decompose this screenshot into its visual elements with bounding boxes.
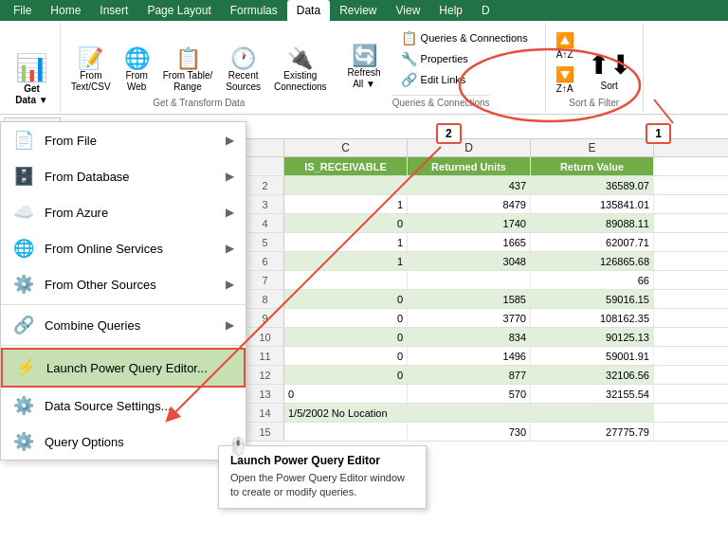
cell-c2[interactable] bbox=[284, 176, 408, 194]
cell-d14[interactable]: 570 bbox=[408, 385, 531, 403]
cell-e6[interactable]: 126865.68 bbox=[531, 252, 654, 270]
menu-item-from-azure[interactable]: ☁️ From Azure ▶ bbox=[1, 194, 246, 230]
cell-d13[interactable] bbox=[408, 404, 531, 422]
cell-e5[interactable]: 62007.71 bbox=[531, 233, 654, 251]
cell-e14[interactable]: 32155.54 bbox=[531, 385, 654, 403]
from-other-sources-label: From Other Sources bbox=[45, 278, 216, 292]
cell-c5[interactable]: 1 bbox=[284, 233, 408, 251]
edit-links-button[interactable]: 🔗 Edit Links bbox=[397, 70, 532, 89]
cell-d15[interactable]: 730 bbox=[408, 423, 531, 441]
table-row: 15 730 27775.79 bbox=[246, 423, 728, 442]
cell-e10[interactable]: 90125.13 bbox=[531, 328, 654, 346]
menu-item-from-file[interactable]: 📄 From File ▶ bbox=[1, 122, 246, 158]
cell-e9[interactable]: 108162.35 bbox=[531, 309, 654, 327]
existing-connections-button[interactable]: 🔌 ExistingConnections bbox=[269, 45, 332, 96]
get-data-group: 📊 GetData ▼ bbox=[4, 23, 61, 112]
recent-sources-button[interactable]: 🕐 RecentSources bbox=[221, 45, 265, 96]
from-azure-label: From Azure bbox=[45, 206, 216, 220]
combine-queries-label: Combine Queries bbox=[45, 318, 216, 333]
tab-data[interactable]: Data bbox=[287, 0, 330, 21]
cell-e7[interactable]: 66 bbox=[531, 271, 654, 289]
sort-za-label: Z↑A bbox=[556, 83, 573, 94]
tab-help[interactable]: Help bbox=[429, 0, 472, 21]
tab-formulas[interactable]: Formulas bbox=[221, 0, 287, 21]
sort-main-button[interactable]: ⬆⬇ Sort bbox=[582, 48, 637, 96]
query-options-icon: ⚙️ bbox=[12, 431, 35, 452]
cell-e4[interactable]: 89088.11 bbox=[531, 214, 654, 232]
sort-za-button[interactable]: 🔽 Z↑A bbox=[552, 63, 578, 96]
row-number: 3 bbox=[246, 195, 284, 213]
menu-item-from-database[interactable]: 🗄️ From Database ▶ bbox=[1, 158, 246, 194]
cell-d8[interactable]: 1585 bbox=[408, 290, 531, 308]
cell-e13[interactable] bbox=[531, 404, 654, 422]
launch-pqe-icon: ⚡ bbox=[14, 357, 37, 378]
recent-sources-icon: 🕐 bbox=[230, 48, 256, 69]
cell-c12[interactable]: 0 bbox=[284, 366, 408, 384]
tab-d[interactable]: D bbox=[472, 0, 500, 21]
cell-d3[interactable]: 8479 bbox=[408, 195, 531, 213]
menu-item-launch-pqe[interactable]: ⚡ Launch Power Query Editor... bbox=[1, 348, 246, 388]
cell-c14[interactable]: 0 bbox=[284, 385, 408, 403]
cell-e15[interactable]: 27775.79 bbox=[531, 423, 654, 441]
menu-divider-1 bbox=[1, 304, 246, 305]
refresh-group-items: 🔄 RefreshAll ▼ 📋 Queries & Connections 🔧… bbox=[343, 25, 539, 93]
cell-e8[interactable]: 59016.15 bbox=[531, 290, 654, 308]
from-azure-arrow: ▶ bbox=[226, 206, 234, 219]
from-file-label: From File bbox=[45, 134, 216, 148]
cell-c3[interactable]: 1 bbox=[284, 195, 408, 213]
cell-header-e[interactable]: Return Value bbox=[531, 157, 654, 175]
cell-d2[interactable]: 437 bbox=[408, 176, 531, 194]
table-row: IS_RECEIVABLE Returned Units Return Valu… bbox=[246, 157, 728, 176]
table-row: 13 0 570 32155.54 bbox=[246, 385, 728, 404]
properties-button[interactable]: 🔧 Properties bbox=[397, 49, 532, 68]
menu-item-data-source-settings[interactable]: ⚙️ Data Source Settings... bbox=[1, 388, 246, 424]
cell-d7[interactable] bbox=[408, 271, 531, 289]
cell-c13[interactable]: 1/5/2002 No Location bbox=[284, 404, 408, 422]
tab-insert[interactable]: Insert bbox=[90, 0, 137, 21]
tab-page-layout[interactable]: Page Layout bbox=[137, 0, 220, 21]
cell-c9[interactable]: 0 bbox=[284, 309, 408, 327]
cell-e3[interactable]: 135841.01 bbox=[531, 195, 654, 213]
tab-review[interactable]: Review bbox=[330, 0, 386, 21]
cell-d4[interactable]: 1740 bbox=[408, 214, 531, 232]
cell-c6[interactable]: 1 bbox=[284, 252, 408, 270]
row-number: 4 bbox=[246, 214, 284, 232]
menu-item-query-options[interactable]: ⚙️ Query Options bbox=[1, 424, 246, 460]
cell-c10[interactable]: 0 bbox=[284, 328, 408, 346]
cell-e12[interactable]: 32106.56 bbox=[531, 366, 654, 384]
cell-c15[interactable] bbox=[284, 423, 408, 441]
combine-queries-icon: 🔗 bbox=[12, 315, 35, 335]
tab-file[interactable]: File bbox=[4, 0, 41, 21]
cell-c4[interactable]: 0 bbox=[284, 214, 408, 232]
queries-connections-button[interactable]: 📋 Queries & Connections bbox=[397, 28, 532, 47]
cell-d5[interactable]: 1665 bbox=[408, 233, 531, 251]
cell-d9[interactable]: 3770 bbox=[408, 309, 531, 327]
menu-item-from-online-services[interactable]: 🌐 From Online Services ▶ bbox=[1, 230, 246, 266]
get-data-button[interactable]: 📊 GetData ▼ bbox=[9, 51, 54, 110]
cell-d12[interactable]: 877 bbox=[408, 366, 531, 384]
refresh-all-button[interactable]: 🔄 RefreshAll ▼ bbox=[343, 43, 386, 93]
tab-home[interactable]: Home bbox=[41, 0, 90, 21]
from-table-button[interactable]: 📋 From Table/Range bbox=[158, 45, 218, 96]
from-web-button[interactable]: 🌐 FromWeb bbox=[119, 45, 155, 96]
menu-item-combine-queries[interactable]: 🔗 Combine Queries ▶ bbox=[1, 307, 246, 343]
cell-header-d[interactable]: Returned Units bbox=[408, 157, 531, 175]
sort-az-button[interactable]: 🔼 A↑Z bbox=[552, 29, 578, 62]
tab-view[interactable]: View bbox=[387, 0, 430, 21]
from-file-icon: 📄 bbox=[12, 130, 35, 151]
cell-c7[interactable] bbox=[284, 271, 408, 289]
cell-c11[interactable]: 0 bbox=[284, 347, 408, 365]
from-text-button[interactable]: 📝 FromText/CSV bbox=[66, 45, 116, 96]
from-online-services-icon: 🌐 bbox=[12, 238, 35, 259]
cell-header-c[interactable]: IS_RECEIVABLE bbox=[284, 157, 408, 175]
badge-1: 1 bbox=[646, 123, 671, 144]
existing-connections-label: ExistingConnections bbox=[274, 70, 327, 93]
cell-e2[interactable]: 36589.07 bbox=[531, 176, 654, 194]
cell-d6[interactable]: 3048 bbox=[408, 252, 531, 270]
cell-d11[interactable]: 1496 bbox=[408, 347, 531, 365]
menu-item-from-other-sources[interactable]: ⚙️ From Other Sources ▶ bbox=[1, 266, 246, 302]
cell-e11[interactable]: 59001.91 bbox=[531, 347, 654, 365]
properties-icon: 🔧 bbox=[401, 51, 417, 66]
cell-c8[interactable]: 0 bbox=[284, 290, 408, 308]
cell-d10[interactable]: 834 bbox=[408, 328, 531, 346]
